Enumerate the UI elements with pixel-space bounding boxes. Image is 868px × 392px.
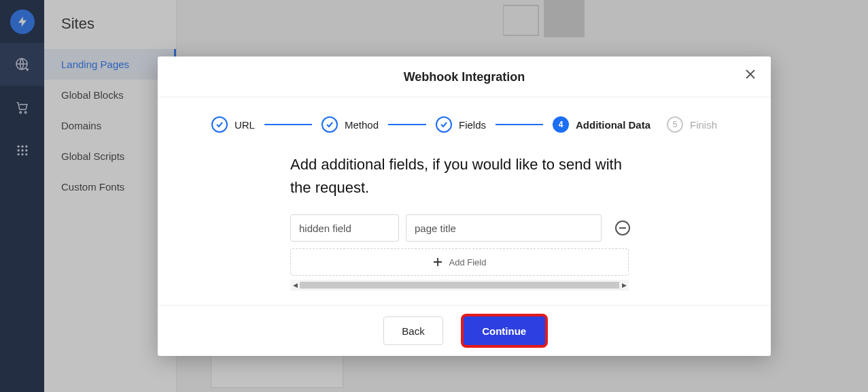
minus-icon [619, 227, 626, 229]
back-button[interactable]: Back [383, 316, 442, 345]
scroll-left-arrow-icon[interactable]: ◀ [290, 280, 300, 291]
add-field-label: Add Field [449, 257, 487, 267]
scroll-right-arrow-icon[interactable]: ▶ [619, 280, 629, 291]
step-label: Additional Data [576, 119, 650, 131]
step-label: Method [345, 119, 379, 131]
stepper: URL Method Fields 4 Additional Data [158, 97, 771, 140]
horizontal-scrollbar[interactable]: ◀ ▶ [290, 280, 629, 291]
step-additional-data[interactable]: 4 Additional Data [553, 116, 650, 133]
webhook-integration-modal: Webhook Integration URL Method [158, 56, 771, 356]
check-icon [322, 116, 338, 133]
close-icon [745, 69, 756, 80]
modal-title: Webhook Integration [158, 70, 771, 84]
field-key-input[interactable] [290, 214, 399, 242]
plus-icon [433, 257, 442, 267]
step-url[interactable]: URL [211, 116, 255, 133]
step-connector [496, 124, 543, 125]
modal-footer: Back Continue [158, 305, 771, 356]
field-value-input[interactable] [406, 214, 602, 242]
check-icon [211, 116, 228, 133]
step-connector [388, 124, 426, 125]
add-field-button[interactable]: Add Field [290, 248, 629, 276]
step-number-icon: 4 [553, 116, 569, 133]
additional-field-row [290, 214, 696, 242]
button-label: Continue [482, 325, 526, 337]
step-finish[interactable]: 5 Finish [667, 116, 717, 133]
step-fields[interactable]: Fields [436, 116, 486, 133]
modal-heading: Add additional fields, if you would like… [290, 153, 644, 199]
step-label: URL [235, 119, 255, 131]
step-number-icon: 5 [667, 116, 683, 133]
step-method[interactable]: Method [322, 116, 379, 133]
svg-rect-14 [619, 227, 626, 229]
continue-button[interactable]: Continue [464, 316, 545, 345]
step-connector [264, 124, 312, 125]
modal-close-button[interactable] [745, 69, 756, 80]
step-label: Fields [459, 119, 486, 131]
scrollbar-track[interactable] [300, 282, 619, 289]
modal-body: Add additional fields, if you would like… [158, 140, 771, 305]
button-label: Back [402, 325, 424, 337]
modal-header: Webhook Integration [158, 56, 771, 97]
remove-field-button[interactable] [615, 220, 630, 235]
check-icon [436, 116, 452, 133]
step-label: Finish [690, 119, 717, 131]
